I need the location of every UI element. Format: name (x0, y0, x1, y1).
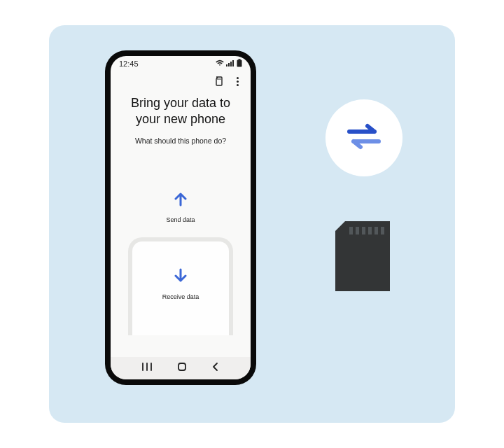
arrow-down-icon (172, 267, 190, 288)
recents-nav-icon[interactable] (141, 362, 153, 374)
transfer-badge (326, 99, 402, 176)
arrow-up-icon (172, 190, 190, 211)
swap-arrows-icon (345, 122, 383, 154)
phone-mockup: 12:45 (105, 50, 256, 385)
status-bar: 12:45 (111, 56, 251, 71)
back-nav-icon[interactable] (211, 362, 220, 374)
svg-rect-15 (362, 227, 365, 234)
svg-rect-0 (226, 64, 227, 66)
svg-rect-16 (368, 227, 372, 234)
page-title: Bring your data to your new phone (117, 95, 244, 127)
wifi-icon (216, 59, 224, 68)
svg-rect-12 (178, 363, 186, 370)
page-title-line2: your new phone (136, 112, 225, 126)
receive-data-button[interactable]: Receive data (128, 237, 233, 335)
android-nav-bar (111, 357, 251, 379)
status-time: 12:45 (119, 59, 139, 68)
app-action-bar (111, 71, 251, 91)
main-content: Bring your data to your new phone What s… (111, 91, 251, 357)
svg-rect-1 (228, 63, 230, 66)
signal-icon (226, 59, 234, 68)
battery-icon (237, 59, 242, 69)
info-panel: 12:45 (49, 25, 455, 423)
phone-screen: 12:45 (111, 56, 251, 379)
send-data-label: Send data (166, 216, 195, 223)
svg-rect-14 (356, 227, 359, 234)
svg-rect-18 (381, 227, 384, 234)
sd-card-large-icon (335, 221, 390, 291)
svg-rect-2 (230, 62, 232, 66)
page-title-line1: Bring your data to (131, 96, 230, 110)
sd-card-icon[interactable] (214, 76, 224, 86)
svg-rect-13 (349, 227, 353, 234)
svg-rect-3 (232, 60, 234, 66)
send-data-button[interactable]: Send data (166, 190, 195, 223)
receive-data-label: Receive data (162, 293, 200, 300)
status-indicators (216, 59, 242, 69)
home-nav-icon[interactable] (176, 361, 188, 375)
new-phone-outline: Receive data (128, 237, 233, 335)
svg-rect-17 (374, 227, 378, 234)
svg-rect-5 (237, 60, 242, 67)
page-subtitle: What should this phone do? (135, 136, 226, 145)
svg-rect-4 (239, 59, 241, 60)
more-options-icon[interactable] (232, 75, 242, 88)
